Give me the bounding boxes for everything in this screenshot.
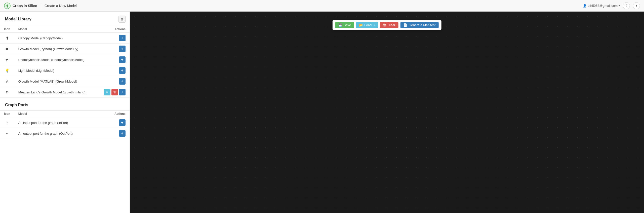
port-icon: → xyxy=(0,128,14,139)
graph-ports-header-row: Icon Model Actions xyxy=(0,111,130,117)
help-icon: ? xyxy=(625,4,627,8)
collapse-icon: ⊞ xyxy=(121,17,124,21)
model-library-collapse-button[interactable]: ⊞ xyxy=(118,16,126,23)
model-library-header-row: Icon Model Actions xyxy=(0,26,130,33)
model-library-title: Model Library xyxy=(5,17,31,21)
load-button[interactable]: 📂 Load ▾ xyxy=(356,22,378,28)
port-actions: + xyxy=(102,117,130,128)
brand-name: Crops in Silico xyxy=(13,4,37,8)
table-row: 💡 Light Model (LightModel) + xyxy=(0,65,130,76)
model-actions: + xyxy=(97,33,130,44)
model-actions: + xyxy=(97,76,130,87)
add-outport-button[interactable]: + xyxy=(119,130,126,137)
save-label: Save xyxy=(344,23,351,27)
brand: Crops in Silico xyxy=(4,3,37,9)
clear-icon: 🗑 xyxy=(383,23,386,27)
sidebar-panel: Model Library ⊞ Icon Model Actions ⬆ xyxy=(0,12,130,213)
port-name: An input port for the graph (InPort) xyxy=(14,117,103,128)
canvas-toolbar: 💾 Save 📂 Load ▾ 🗑 Clear 📄 Generate Manif… xyxy=(333,20,441,30)
help-button[interactable]: ? xyxy=(623,2,630,9)
load-dropdown-icon: ▾ xyxy=(372,24,375,26)
model-icon: ⇄ xyxy=(0,44,14,54)
settings-button[interactable]: ▾ xyxy=(633,2,640,9)
clear-button[interactable]: 🗑 Clear xyxy=(380,22,398,28)
add-model-button[interactable]: + xyxy=(119,46,126,52)
add-model-button[interactable]: + xyxy=(119,89,126,95)
light-icon: 💡 xyxy=(5,68,9,73)
model-name: Growth Model (MATLAB) (GrowthModel) xyxy=(14,76,97,87)
model-icon: ⇄ xyxy=(0,76,14,87)
model-actions: + xyxy=(97,44,130,54)
growth-py-icon: ⇄ xyxy=(6,47,9,51)
model-name: Growth Model (Python) (GrowthModelPy) xyxy=(14,44,97,54)
navbar-right: 👤 cfh5058@gmail.com ▾ ? ▾ xyxy=(583,2,640,9)
model-library-header: Model Library ⊞ xyxy=(0,16,130,26)
port-icon: → xyxy=(0,117,14,128)
model-name: Photosynthesis Model (PhotosynthesisMode… xyxy=(14,54,97,65)
port-actions: + xyxy=(102,128,130,139)
col-model: Model xyxy=(14,26,97,33)
table-row: → An input port for the graph (InPort) + xyxy=(0,117,130,128)
clear-label: Clear xyxy=(387,23,395,27)
save-button[interactable]: 💾 Save xyxy=(335,22,354,28)
add-model-button[interactable]: + xyxy=(119,67,126,74)
generate-label: Generate Manifest xyxy=(409,23,435,27)
brand-logo-icon xyxy=(4,3,11,9)
growth-matlab-icon: ⇄ xyxy=(6,79,9,83)
model-name: Light Model (LightModel) xyxy=(14,65,97,76)
table-row: ⇄ Growth Model (Python) (GrowthModelPy) … xyxy=(0,44,130,54)
load-label: Load xyxy=(364,23,372,27)
action-group: ✏ 🗑 + xyxy=(101,89,126,95)
graph-ports-header: Graph Ports xyxy=(0,103,130,110)
inport-icon: → xyxy=(5,121,9,125)
custom-icon: ⚙ xyxy=(6,90,9,94)
action-group: + xyxy=(101,46,126,52)
generate-icon: 📄 xyxy=(403,23,407,27)
model-actions: + xyxy=(97,54,130,65)
add-inport-button[interactable]: + xyxy=(119,119,126,126)
user-email-label: cfh5058@gmail.com xyxy=(588,4,618,8)
delete-model-button[interactable]: 🗑 xyxy=(111,89,118,95)
col-icon: Icon xyxy=(0,26,14,33)
load-icon: 📂 xyxy=(359,23,363,27)
action-group: + xyxy=(101,56,126,63)
table-row: ⚙ Meagan Lang's Growth Model (growth_mla… xyxy=(0,87,130,98)
nav-separator xyxy=(41,3,41,8)
model-icon: 💡 xyxy=(0,65,14,76)
outport-icon: → xyxy=(5,131,9,135)
navbar: Crops in Silico Create a New Model 👤 cfh… xyxy=(0,0,644,12)
action-group: + xyxy=(101,35,126,41)
model-actions: ✏ 🗑 + xyxy=(97,87,130,98)
col-icon: Icon xyxy=(0,111,14,117)
model-icon: ⚙ xyxy=(0,87,14,98)
col-model: Model xyxy=(14,111,103,117)
col-actions: Actions xyxy=(102,111,130,117)
model-icon: ⬆ xyxy=(0,33,14,44)
generate-manifest-button[interactable]: 📄 Generate Manifest xyxy=(400,22,438,28)
table-row: ⬆ Canopy Model (CanopyModel) + xyxy=(0,33,130,44)
photo-icon: ⇌ xyxy=(6,58,9,62)
action-group: + xyxy=(106,119,126,126)
user-email-button[interactable]: 👤 cfh5058@gmail.com ▾ xyxy=(583,4,620,8)
add-model-button[interactable]: + xyxy=(119,78,126,85)
model-name: Meagan Lang's Growth Model (growth_mlang… xyxy=(14,87,97,98)
canopy-icon: ⬆ xyxy=(6,36,9,40)
table-row: ⇌ Photosynthesis Model (PhotosynthesisMo… xyxy=(0,54,130,65)
add-model-button[interactable]: + xyxy=(119,56,126,63)
settings-icon: ▾ xyxy=(636,4,637,8)
add-model-button[interactable]: + xyxy=(119,35,126,41)
port-name: An output port for the graph (OutPort) xyxy=(14,128,103,139)
person-icon: 👤 xyxy=(583,4,587,8)
table-row: → An output port for the graph (OutPort)… xyxy=(0,128,130,139)
save-icon: 💾 xyxy=(338,23,342,27)
action-group: + xyxy=(106,130,126,137)
model-icon: ⇌ xyxy=(0,54,14,65)
col-actions: Actions xyxy=(97,26,130,33)
edit-model-button[interactable]: ✏ xyxy=(104,89,110,95)
graph-ports-table: Icon Model Actions → An input port for t… xyxy=(0,110,130,139)
model-actions: + xyxy=(97,65,130,76)
section-gap xyxy=(0,98,130,103)
canvas-area[interactable]: 💾 Save 📂 Load ▾ 🗑 Clear 📄 Generate Manif… xyxy=(130,12,644,213)
page-title: Create a New Model xyxy=(45,4,77,8)
table-row: ⇄ Growth Model (MATLAB) (GrowthModel) + xyxy=(0,76,130,87)
